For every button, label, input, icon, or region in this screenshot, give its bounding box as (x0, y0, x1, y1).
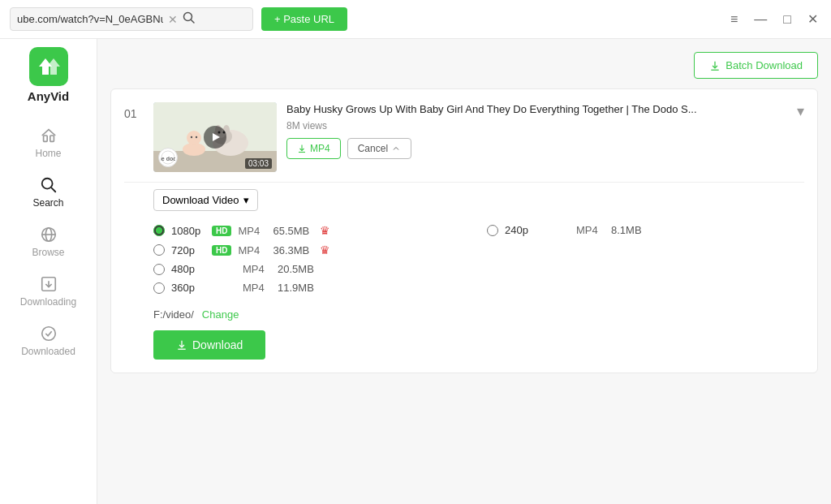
quality-size-720p: 36.3MB (273, 244, 313, 256)
maximize-button[interactable]: □ (780, 11, 794, 28)
sidebar-label-search: Search (32, 197, 63, 209)
sidebar-label-browse: Browse (32, 247, 64, 258)
quality-format-360p: MP4 (243, 282, 271, 294)
url-bar: ✕ (10, 7, 253, 31)
svg-rect-2 (43, 136, 47, 141)
logo-area: AnyVid (28, 47, 69, 103)
quality-label-1080p: 1080p (171, 225, 205, 237)
quality-row-1080p: 1080p HD MP4 65.5MB ♛ (153, 221, 471, 240)
download-options: Download Video ▾ 1080p HD MP4 (153, 189, 804, 360)
quality-size-1080p: 65.5MB (273, 225, 313, 237)
quality-format-240p: MP4 (576, 224, 605, 236)
path-row: F:/video/ Change (153, 308, 804, 321)
quality-radio-1080p[interactable] (153, 225, 165, 236)
divider (124, 182, 804, 183)
svg-line-5 (51, 188, 55, 192)
sidebar-label-downloaded: Downloaded (21, 346, 75, 357)
quality-radio-240p[interactable] (487, 225, 498, 236)
quality-row-720p: 720p HD MP4 36.3MB ♛ (153, 240, 471, 260)
cancel-button[interactable]: Cancel (347, 138, 411, 159)
cancel-label: Cancel (358, 143, 388, 154)
quality-radio-480p[interactable] (153, 264, 165, 275)
url-clear-button[interactable]: ✕ (168, 13, 178, 26)
quality-label-240p: 240p (505, 224, 539, 236)
hd-badge-720p: HD (212, 245, 231, 256)
quality-size-240p: 8.1MB (611, 224, 652, 236)
video-views: 8M views (286, 120, 787, 131)
crown-icon-1080p: ♛ (320, 224, 330, 237)
quality-col-left: 1080p HD MP4 65.5MB ♛ 720p HD MP4 (153, 221, 471, 297)
sidebar-item-browse[interactable]: Browse (12, 219, 85, 265)
mp4-label: MP4 (310, 143, 330, 154)
change-path-link[interactable]: Change (202, 308, 239, 321)
url-input[interactable] (17, 13, 163, 25)
window-controls: ≡ — □ ✕ (727, 10, 821, 28)
hd-badge-1080p: HD (212, 226, 231, 236)
quality-label-720p: 720p (171, 244, 205, 256)
sidebar-item-home[interactable]: Home (12, 120, 85, 166)
sidebar-label-home: Home (35, 148, 61, 159)
quality-col-right: 240p MP4 8.1MB (487, 221, 804, 297)
quality-row-240p: 240p MP4 8.1MB (487, 221, 804, 239)
play-button[interactable] (204, 126, 226, 149)
video-number: 01 (124, 107, 144, 120)
sidebar-item-search[interactable]: Search (12, 170, 85, 215)
quality-size-480p: 20.5MB (278, 263, 318, 275)
video-duration: 03:03 (245, 158, 272, 169)
crown-icon-720p: ♛ (320, 243, 330, 256)
batch-btn-row: Batch Download (110, 52, 818, 79)
video-card: 01 (110, 88, 818, 373)
more-options-button[interactable]: ▾ (797, 102, 804, 120)
svg-text:the dodo: the dodo (161, 156, 175, 162)
close-button[interactable]: ✕ (804, 10, 821, 28)
batch-download-button[interactable]: Batch Download (694, 52, 818, 79)
quality-radio-360p[interactable] (153, 282, 165, 294)
svg-point-26 (191, 136, 192, 138)
quality-format-720p: MP4 (238, 244, 266, 256)
download-button[interactable]: Download (153, 330, 265, 360)
dropdown-arrow-icon: ▾ (243, 194, 249, 206)
svg-point-27 (196, 136, 197, 138)
mp4-button[interactable]: MP4 (286, 138, 341, 159)
save-path: F:/video/ (153, 308, 194, 321)
format-dropdown[interactable]: Download Video ▾ (153, 189, 258, 211)
quality-format-1080p: MP4 (238, 225, 266, 237)
app-logo (29, 47, 68, 86)
quality-row-480p: 480p MP4 20.5MB (153, 260, 471, 278)
quality-radio-720p[interactable] (153, 244, 165, 256)
svg-point-11 (41, 327, 55, 341)
video-header: 01 (124, 102, 804, 172)
sidebar: AnyVid Home Search B (0, 39, 97, 504)
title-bar: ✕ + Paste URL ≡ — □ ✕ (0, 0, 831, 39)
minimize-button[interactable]: — (751, 11, 770, 28)
paste-url-button[interactable]: + Paste URL (261, 7, 347, 31)
sidebar-item-downloaded[interactable]: Downloaded (12, 318, 85, 364)
quality-format-480p: MP4 (243, 263, 271, 275)
app-name: AnyVid (28, 89, 69, 103)
format-label: Download Video (162, 194, 239, 206)
video-title: Baby Husky Grows Up With Baby Girl And T… (286, 102, 787, 117)
menu-button[interactable]: ≡ (727, 11, 741, 28)
format-select-row: Download Video ▾ (153, 189, 804, 211)
quality-size-360p: 11.9MB (278, 282, 318, 294)
quality-label-480p: 480p (171, 263, 205, 275)
channel-logo: the dodo (158, 148, 178, 167)
quality-row-360p: 360p MP4 11.9MB (153, 278, 471, 297)
video-info: Baby Husky Grows Up With Baby Girl And T… (286, 102, 787, 159)
sidebar-label-downloading: Downloading (20, 296, 76, 308)
main-layout: AnyVid Home Search B (0, 39, 831, 504)
quality-grid: 1080p HD MP4 65.5MB ♛ 720p HD MP4 (153, 221, 804, 297)
svg-rect-3 (50, 136, 54, 141)
svg-line-1 (192, 20, 195, 24)
content-area: Batch Download 01 (97, 39, 831, 504)
sidebar-item-downloading[interactable]: Downloading (12, 269, 85, 314)
svg-point-4 (41, 179, 52, 189)
video-actions: MP4 Cancel (286, 138, 787, 159)
url-search-button[interactable] (183, 11, 196, 27)
svg-point-25 (187, 131, 201, 145)
download-btn-label: Download (192, 338, 243, 351)
batch-download-label: Batch Download (726, 59, 803, 71)
video-thumbnail[interactable]: the dodo 03:03 (153, 102, 277, 172)
quality-label-360p: 360p (171, 282, 205, 294)
